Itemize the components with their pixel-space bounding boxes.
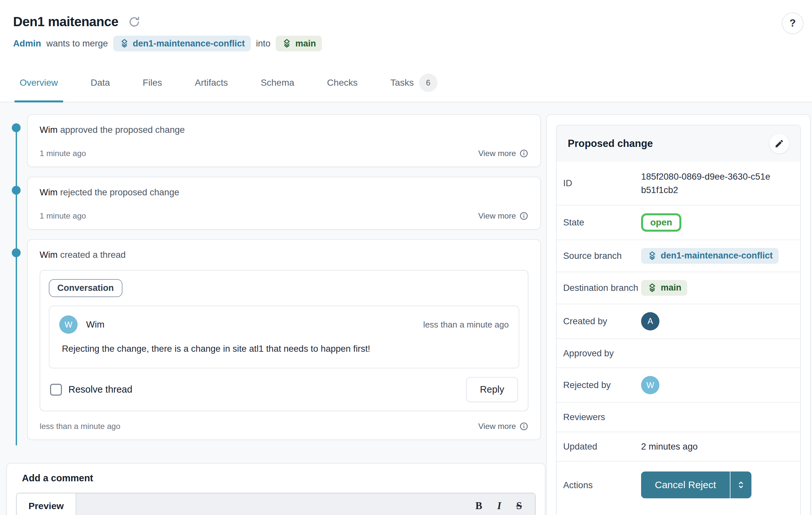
event-time: 1 minute ago [39, 149, 86, 158]
thread-comment: W Wim less than a minute ago Rejecting t… [49, 306, 519, 368]
thread-time: less than a minute ago [39, 422, 120, 431]
add-comment-title: Add a comment [16, 472, 536, 484]
source-branch-badge[interactable]: den1-maintenance-conflict [641, 248, 779, 264]
row-label-id: ID [563, 177, 641, 190]
info-icon [519, 211, 528, 220]
event-actor: Wim [39, 187, 58, 197]
avatar: A [641, 312, 660, 330]
branch-icon [282, 38, 292, 49]
event-card-rejected: Wim rejected the proposed change 1 minut… [27, 177, 541, 230]
avatar: W [59, 315, 78, 334]
source-branch-label: den1-maintenance-conflict [133, 39, 245, 49]
info-icon [519, 149, 528, 158]
bold-icon[interactable]: B [475, 500, 482, 512]
tab-files[interactable]: Files [141, 69, 164, 102]
tasks-count-badge: 6 [419, 73, 437, 92]
destination-branch-badge[interactable]: main [641, 280, 687, 296]
event-action: created a thread [60, 250, 126, 260]
event-actor: Wim [39, 125, 58, 135]
event-action: approved the proposed change [60, 125, 185, 135]
view-more-label: View more [478, 211, 516, 220]
pencil-icon [774, 139, 784, 149]
tab-schema[interactable]: Schema [259, 69, 296, 102]
merge-summary: Admin wants to merge den1-maintenance-co… [13, 36, 799, 51]
actions-dropdown-button[interactable] [730, 472, 751, 498]
author-link[interactable]: Admin [13, 38, 41, 49]
sidebar-container: Proposed change ID 185f2080-0869-d9ee-36… [546, 114, 811, 515]
info-icon [519, 422, 528, 431]
destination-branch-badge[interactable]: main [276, 36, 322, 51]
proposed-change-panel: Proposed change ID 185f2080-0869-d9ee-36… [556, 125, 801, 515]
help-button[interactable]: ? [782, 12, 804, 34]
tab-tasks[interactable]: Tasks 6 [389, 69, 439, 102]
timeline-dot [12, 123, 21, 132]
view-more-button[interactable]: View more [478, 149, 528, 158]
page-header: Den1 maitenance ? Admin wants to merge d… [0, 0, 812, 102]
comment-time: less than a minute ago [423, 320, 509, 330]
tab-overview[interactable]: Overview [18, 69, 59, 102]
into-text: into [256, 38, 270, 49]
branch-icon [119, 38, 130, 49]
tab-preview[interactable]: Preview [17, 493, 76, 515]
destination-branch-label: main [661, 283, 682, 293]
event-time: 1 minute ago [39, 211, 86, 220]
refresh-icon[interactable] [127, 15, 141, 29]
conversation-badge: Conversation [49, 279, 122, 297]
tab-checks[interactable]: Checks [326, 69, 359, 102]
merge-text: wants to merge [47, 38, 108, 49]
comment-text: Rejecting the change, there is a change … [59, 343, 509, 359]
view-more-button[interactable]: View more [478, 422, 528, 431]
cancel-reject-split-button: Cancel Reject [641, 472, 751, 498]
add-comment-section: Add a comment Preview B I S [6, 463, 546, 515]
row-label-state: State [563, 216, 641, 229]
tab-tasks-label: Tasks [390, 78, 414, 88]
branch-icon [647, 283, 658, 293]
reply-button[interactable]: Reply [466, 377, 518, 402]
proposal-id: 185f2080-0869-d9ee-3630-c51eb51f1cb2 [641, 170, 772, 197]
timeline-dot [12, 186, 21, 195]
row-label-source-branch: Source branch [563, 249, 641, 263]
event-card-approved: Wim approved the proposed change 1 minut… [27, 114, 541, 167]
timeline-dot [12, 248, 21, 257]
branch-icon [647, 251, 658, 261]
panel-title: Proposed change [568, 138, 653, 150]
unfold-icon [736, 480, 746, 490]
row-label-approved-by: Approved by [563, 347, 641, 360]
edit-button[interactable] [770, 134, 789, 153]
strikethrough-icon[interactable]: S [516, 500, 522, 512]
timeline: Wim approved the proposed change 1 minut… [27, 114, 541, 440]
thread-box: Conversation W Wim less than a minute ag… [39, 270, 528, 411]
view-more-label: View more [478, 422, 516, 431]
source-branch-label: den1-maintenance-conflict [661, 251, 773, 261]
event-action: rejected the proposed change [60, 187, 179, 197]
cancel-reject-button[interactable]: Cancel Reject [641, 472, 730, 498]
state-badge: open [641, 213, 682, 232]
updated-time: 2 minutes ago [641, 442, 698, 452]
italic-icon[interactable]: I [497, 500, 501, 512]
tab-data[interactable]: Data [89, 69, 111, 102]
row-label-updated: Updated [563, 440, 641, 453]
page-title: Den1 maitenance [13, 14, 118, 29]
view-more-button[interactable]: View more [478, 211, 528, 220]
comment-author: Wim [86, 319, 105, 330]
row-label-actions: Actions [563, 479, 641, 492]
row-label-reviewers: Reviewers [563, 411, 641, 424]
source-branch-badge[interactable]: den1-maintenance-conflict [113, 36, 251, 51]
tab-bar: Overview Data Files Artifacts Schema Che… [13, 69, 799, 102]
event-actor: Wim [39, 250, 58, 260]
avatar: W [641, 376, 660, 394]
resolve-thread-checkbox[interactable] [50, 384, 62, 396]
row-label-rejected-by: Rejected by [563, 378, 641, 392]
resolve-thread-label: Resolve thread [68, 384, 132, 395]
tab-artifacts[interactable]: Artifacts [194, 69, 229, 102]
view-more-label: View more [478, 149, 516, 158]
row-label-destination-branch: Destination branch [563, 281, 641, 295]
destination-branch-label: main [295, 39, 316, 49]
thread-card: Wim created a thread Conversation W Wim … [27, 239, 541, 440]
comment-editor: Preview B I S [16, 493, 536, 515]
row-label-created-by: Created by [563, 315, 641, 328]
